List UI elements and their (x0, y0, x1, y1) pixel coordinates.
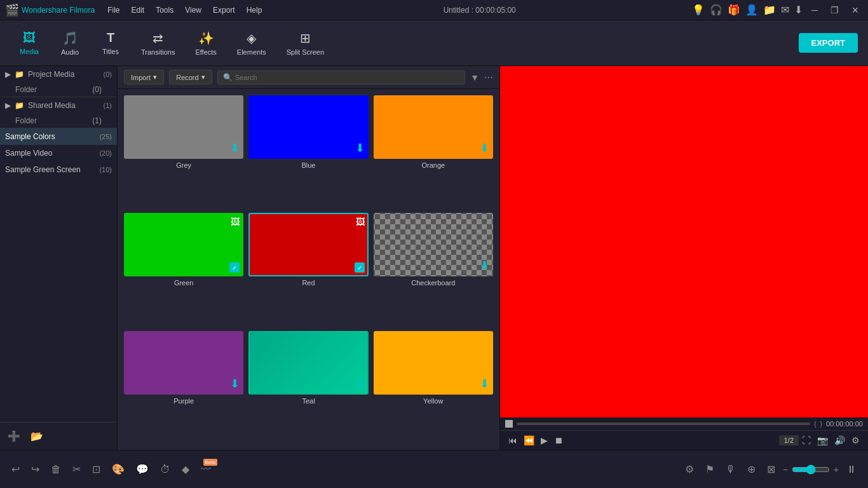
media-thumb-grey: ⬇ (124, 95, 243, 159)
play-button[interactable]: ▶ (538, 433, 551, 447)
mic-icon[interactable]: 🎙 (722, 461, 740, 478)
sample-greenscreen-item[interactable]: Sample Green Screen (10) (0, 161, 117, 178)
folder-save-icon[interactable]: 📁 (763, 4, 776, 16)
list-item[interactable]: 🖼 ✓ Green (124, 213, 243, 325)
detach-audio-icon[interactable]: ⊕ (743, 461, 759, 478)
zoom-in-icon[interactable]: + (834, 464, 839, 475)
menu-export[interactable]: Export (208, 3, 240, 17)
menu-tools[interactable]: Tools (151, 3, 179, 17)
list-item[interactable]: ⬇ Purple (124, 331, 243, 444)
window-minimize[interactable]: ─ (808, 4, 822, 17)
toolbar-splitscreen[interactable]: ⊞ Split Screen (278, 27, 333, 60)
list-item[interactable]: ⬇ Orange (374, 95, 493, 208)
image-icon-red: 🖼 (356, 217, 365, 227)
elements-icon: ◈ (247, 30, 256, 46)
flag-icon[interactable]: ⚑ (702, 461, 718, 478)
volume-icon[interactable]: 🔊 (831, 433, 848, 447)
undo-button[interactable]: ↩ (8, 461, 24, 478)
search-input[interactable] (235, 74, 459, 81)
list-item[interactable]: ⬇ Teal (248, 331, 368, 444)
toolbar-transitions[interactable]: ⇄ Transitions (132, 27, 184, 60)
cut-button[interactable]: ✂ (69, 461, 85, 478)
keyframe-button[interactable]: ◆ (178, 461, 193, 478)
toolbar-elements[interactable]: ◈ Elements (228, 27, 275, 60)
lightbulb-icon[interactable]: 💡 (692, 4, 705, 16)
toolbar-effects[interactable]: ✨ Effects (186, 27, 225, 60)
scrubber-dot[interactable] (505, 420, 513, 428)
zoom-slider[interactable] (792, 464, 830, 475)
export-button[interactable]: EXPORT (799, 33, 858, 53)
list-item[interactable]: ⬇ Grey (124, 95, 243, 208)
beta-badge: Beta (203, 459, 217, 466)
audio-wave-button[interactable]: 〰 Beta (197, 461, 215, 478)
fullscreen-icon[interactable]: ⛶ (799, 433, 814, 447)
caption-track-icon[interactable]: ⊠ (763, 461, 779, 478)
sample-colors-item[interactable]: Sample Colors (25) (0, 128, 117, 145)
media-thumb-red: 🖼 ✓ (248, 213, 368, 276)
window-close[interactable]: ✕ (848, 4, 863, 17)
color-button[interactable]: 🎨 (108, 461, 128, 478)
person-icon[interactable]: 👤 (745, 4, 758, 16)
preview-timecode: 00:00:00:00 (826, 420, 863, 428)
list-item[interactable]: ⬇ Yellow (374, 331, 493, 444)
mail-icon[interactable]: ✉ (781, 4, 789, 16)
crop-button[interactable]: ⊡ (88, 461, 104, 478)
clock-button[interactable]: ⏱ (156, 461, 174, 478)
snap-icon[interactable]: ⚙ (681, 461, 698, 478)
toolbar-media[interactable]: 🖼 Media (10, 27, 48, 59)
download-overlay-icon-checker: ⬇ (480, 259, 489, 273)
list-item[interactable]: ⬇ Checkerboard (374, 213, 493, 325)
new-folder-icon[interactable]: 📂 (28, 428, 46, 445)
menu-help[interactable]: Help (241, 3, 268, 17)
preview-ratio-selector[interactable]: 1/2 (779, 435, 799, 445)
gift-icon[interactable]: 🎁 (728, 4, 740, 16)
toolbar-audio[interactable]: 🎵 Audio (51, 27, 89, 60)
download-overlay-icon-teal: ⬇ (355, 377, 365, 391)
sample-video-item[interactable]: Sample Video (20) (0, 145, 117, 161)
image-icon: 🖼 (231, 217, 240, 227)
splitscreen-icon: ⊞ (300, 30, 311, 46)
redo-button[interactable]: ↪ (27, 461, 43, 478)
list-item[interactable]: ⬇ Blue (248, 95, 368, 208)
scrubber-bar[interactable] (517, 423, 810, 425)
menu-file[interactable]: File (102, 3, 125, 17)
filter-icon[interactable]: ▼ (470, 72, 479, 83)
import-dropdown[interactable]: Import ▾ (124, 70, 164, 85)
window-maximize[interactable]: ❐ (827, 4, 843, 17)
project-media-section: ▶ 📁 Project Media (0) Folder (0) (0, 66, 117, 97)
step-back-button[interactable]: ⏪ (520, 433, 538, 447)
pause-icon[interactable]: ⏸ (843, 461, 860, 478)
toolbar-titles[interactable]: T Titles (92, 27, 130, 59)
media-thumb-teal: ⬇ (248, 331, 368, 395)
add-media-icon[interactable]: ➕ (5, 428, 23, 445)
grid-view-icon[interactable]: ⋯ (484, 72, 493, 83)
search-icon: 🔍 (223, 73, 233, 82)
toolbar-media-label: Media (20, 48, 39, 55)
titles-icon: T (107, 30, 114, 45)
shared-folder-item[interactable]: Folder (1) (0, 114, 117, 128)
menu-view[interactable]: View (180, 3, 207, 17)
project-media-header[interactable]: ▶ 📁 Project Media (0) (0, 66, 117, 83)
stop-button[interactable]: ⏹ (551, 433, 566, 447)
download-overlay-icon-orange: ⬇ (480, 141, 489, 155)
project-folder-item[interactable]: Folder (0) (0, 83, 117, 97)
media-thumb-yellow: ⬇ (374, 331, 493, 395)
screenshot-icon[interactable]: 📷 (814, 433, 831, 447)
media-toolbar: Import ▾ Record ▾ 🔍 ▼ ⋯ (118, 66, 499, 89)
download-icon[interactable]: ⬇ (794, 4, 803, 16)
media-label-orange: Orange (374, 161, 493, 169)
folder-sub-label: Folder (15, 85, 37, 94)
zoom-out-icon[interactable]: − (783, 464, 788, 475)
sample-video-label: Sample Video (5, 149, 53, 158)
shared-media-header[interactable]: ▶ 📁 Shared Media (1) (0, 97, 117, 114)
media-label-yellow: Yellow (374, 397, 493, 405)
delete-button[interactable]: 🗑 (47, 461, 65, 478)
chevron-right-icon-2: ▶ (5, 101, 11, 110)
menu-edit[interactable]: Edit (126, 3, 150, 17)
settings-icon[interactable]: ⚙ (848, 433, 863, 447)
record-dropdown[interactable]: Record ▾ (169, 70, 212, 85)
list-item[interactable]: 🖼 ✓ Red (248, 213, 368, 325)
headphones-icon[interactable]: 🎧 (710, 4, 722, 16)
caption-button[interactable]: 💬 (132, 461, 153, 478)
prev-frame-button[interactable]: ⏮ (505, 433, 520, 447)
